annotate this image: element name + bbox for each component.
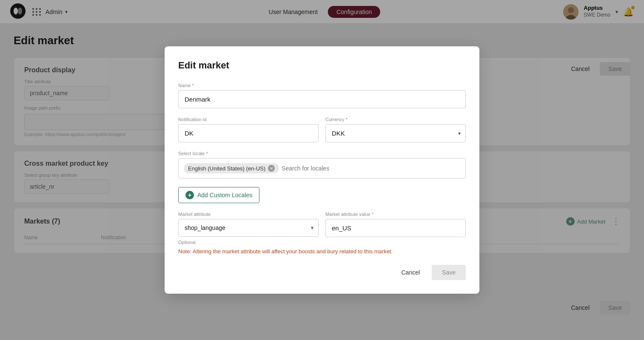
- modal-notification-group: Notification id: [178, 117, 319, 142]
- modal-currency-select[interactable]: DKK EUR USD GBP SEK NOK: [325, 124, 466, 142]
- modal-market-attr-select[interactable]: shop_language market_id locale: [178, 219, 319, 237]
- locale-tag-remove-button[interactable]: ✕: [268, 165, 275, 172]
- note-text: Note: Altering the market attribute will…: [178, 248, 466, 255]
- modal-actions: Cancel Save: [178, 265, 466, 280]
- add-custom-locales-button[interactable]: + Add Custom Locales: [178, 187, 259, 203]
- modal-notification-label: Notification id: [178, 117, 319, 122]
- locale-select-container[interactable]: English (United States) (en-US) ✕: [178, 158, 466, 178]
- modal-name-label: Name *: [178, 83, 466, 88]
- modal-notif-currency-row: Notification id Currency * DKK EUR USD G…: [178, 117, 466, 142]
- edit-market-modal: Edit market Name * Notification id Curre…: [165, 46, 479, 294]
- modal-save-button[interactable]: Save: [432, 265, 466, 280]
- modal-overlay: Edit market Name * Notification id Curre…: [0, 0, 644, 340]
- add-locales-plus-icon: +: [185, 191, 194, 199]
- modal-currency-label: Currency *: [325, 117, 466, 122]
- locale-tag: English (United States) (en-US) ✕: [184, 163, 279, 173]
- modal-name-group: Name *: [178, 83, 466, 108]
- modal-locale-label: Select locale *: [178, 151, 466, 156]
- modal-market-attr-value-label: Market attribute value *: [325, 212, 466, 217]
- modal-title: Edit market: [178, 60, 466, 71]
- modal-locale-group: Select locale * English (United States) …: [178, 151, 466, 178]
- optional-label: Optional: [178, 240, 466, 245]
- modal-cancel-button[interactable]: Cancel: [394, 265, 427, 280]
- modal-market-attr-group: Market attribute shop_language market_id…: [178, 212, 319, 237]
- modal-currency-group: Currency * DKK EUR USD GBP SEK NOK ▾: [325, 117, 466, 142]
- locale-search-input[interactable]: [282, 165, 460, 172]
- locale-tag-label: English (United States) (en-US): [188, 165, 265, 172]
- add-locales-label: Add Custom Locales: [197, 192, 252, 198]
- modal-market-attr-value-group: Market attribute value *: [325, 212, 466, 237]
- modal-market-attr-label: Market attribute: [178, 212, 319, 217]
- modal-attr-row: Market attribute shop_language market_id…: [178, 212, 466, 237]
- modal-market-attr-value-input[interactable]: [325, 219, 466, 237]
- modal-notification-input[interactable]: [178, 124, 319, 142]
- modal-name-input[interactable]: [178, 90, 466, 108]
